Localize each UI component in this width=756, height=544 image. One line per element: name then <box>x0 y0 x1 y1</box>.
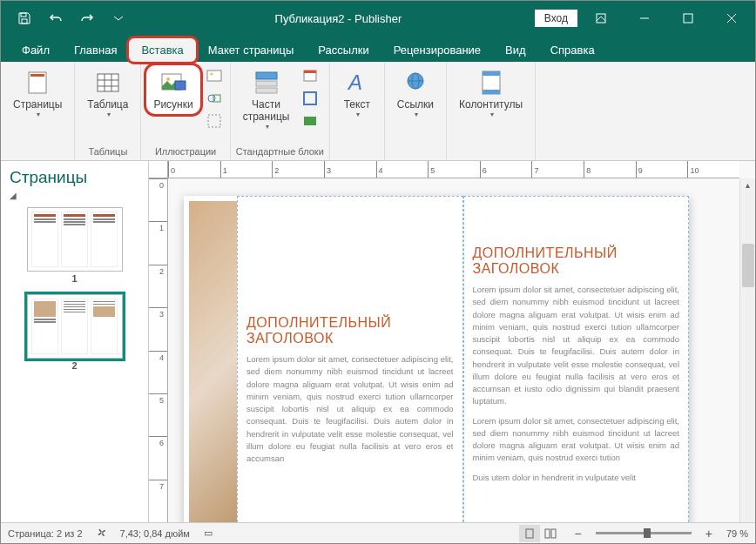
svg-point-19 <box>208 95 215 102</box>
horizontal-ruler: 012345678910 <box>168 161 739 178</box>
group-tables: Таблица Таблицы <box>75 62 141 160</box>
pages-panel: Страницы ◢ 1 2 <box>1 161 149 522</box>
group-blocks: Части страницы Стандартные блоки <box>231 62 330 160</box>
placeholder-button[interactable] <box>204 111 225 131</box>
pictures-button[interactable]: Рисунки <box>146 65 199 114</box>
collapse-icon[interactable]: ◢ <box>10 191 139 200</box>
single-page-view-icon[interactable] <box>519 525 540 542</box>
group-text: A Текст <box>330 62 385 160</box>
svg-rect-21 <box>208 115 220 127</box>
group-illustrations: Рисунки Иллюстрации <box>141 62 230 160</box>
zoom-in-button[interactable]: + <box>705 527 712 541</box>
page-thumbnail-1[interactable] <box>27 207 123 272</box>
cursor-position: 7,43; 0,84 дюйм <box>120 528 190 539</box>
pages-button[interactable]: Страницы <box>6 65 69 122</box>
scrollbar-thumb[interactable] <box>742 244 754 287</box>
svg-point-18 <box>210 73 213 76</box>
tab-file[interactable]: Файл <box>10 38 62 62</box>
group-headerfooter: Колонтитулы <box>447 62 536 160</box>
ribbon-options-icon[interactable] <box>581 5 621 31</box>
svg-rect-35 <box>483 90 500 94</box>
svg-rect-1 <box>22 19 27 24</box>
document-page[interactable]: ДОПОЛНИТЕЛЬНЫЙ ЗАГОЛОВОК Lorem ipsum dol… <box>184 196 689 522</box>
svg-rect-0 <box>21 13 26 17</box>
quick-access-toolbar <box>1 5 142 31</box>
zoom-out-button[interactable]: − <box>575 527 582 541</box>
object-size-icon: ▭ <box>204 527 213 539</box>
svg-rect-22 <box>256 72 277 79</box>
zoom-level[interactable]: 79 % <box>726 528 748 539</box>
svg-rect-26 <box>304 71 316 73</box>
tab-insert[interactable]: Вставка <box>129 38 195 62</box>
tab-help[interactable]: Справка <box>538 38 607 62</box>
text-button[interactable]: A Текст <box>335 65 379 122</box>
undo-icon[interactable] <box>43 5 69 31</box>
brochure-image <box>189 201 237 522</box>
group-pages: Страницы <box>1 62 75 160</box>
page-indicator[interactable]: Страница: 2 из 2 <box>8 528 83 539</box>
online-pictures-button[interactable] <box>204 65 225 86</box>
table-button[interactable]: Таблица <box>80 65 135 122</box>
svg-rect-4 <box>684 14 692 23</box>
save-icon[interactable] <box>11 5 37 31</box>
svg-rect-9 <box>98 74 118 91</box>
vertical-scrollbar[interactable]: ▴ <box>739 178 755 522</box>
calendar-button[interactable] <box>300 65 321 86</box>
ribbon-tabs: Файл Главная Вставка Макет страницы Расс… <box>1 36 755 62</box>
canvas[interactable]: 012345678910 01234567 ▴ ДОПОЛНИТЕЛЬНЫЙ З… <box>149 161 755 522</box>
close-icon[interactable] <box>712 5 752 31</box>
scroll-up-icon[interactable]: ▴ <box>740 178 755 191</box>
shapes-button[interactable] <box>204 88 225 109</box>
vertical-ruler: 01234567 <box>149 178 168 522</box>
two-page-view-icon[interactable] <box>540 525 561 542</box>
cursor-position-icon: ✛ <box>93 525 109 541</box>
page-thumbnail-2[interactable] <box>27 294 123 359</box>
svg-rect-16 <box>175 81 186 90</box>
ads-button[interactable] <box>300 111 321 131</box>
svg-rect-36 <box>526 529 533 538</box>
svg-point-15 <box>166 77 170 81</box>
svg-rect-23 <box>256 81 277 86</box>
tab-mailings[interactable]: Рассылки <box>306 38 381 62</box>
svg-rect-34 <box>483 71 500 76</box>
borders-button[interactable] <box>300 88 321 109</box>
maximize-icon[interactable] <box>668 5 708 31</box>
title-bar: Публикация2 - Publisher Вход <box>1 1 755 36</box>
headerfooter-button[interactable]: Колонтитулы <box>452 65 530 122</box>
heading-1: ДОПОЛНИТЕЛЬНЫЙ ЗАГОЛОВОК <box>246 315 454 346</box>
sign-in-button[interactable]: Вход <box>535 10 577 27</box>
view-buttons <box>519 525 561 542</box>
zoom-slider[interactable] <box>596 532 692 534</box>
tab-layout[interactable]: Макет страницы <box>196 38 307 62</box>
ribbon: Страницы Таблица Таблицы Рисунки Иллюстр <box>1 62 755 161</box>
status-bar: Страница: 2 из 2 ✛ 7,43; 0,84 дюйм ▭ − +… <box>1 522 755 543</box>
qat-customize-icon[interactable] <box>105 5 132 31</box>
brochure-column-1[interactable]: ДОПОЛНИТЕЛЬНЫЙ ЗАГОЛОВОК Lorem ipsum dol… <box>237 196 463 522</box>
svg-rect-38 <box>551 529 556 538</box>
workspace: Страницы ◢ 1 2 01 <box>1 161 755 522</box>
svg-rect-27 <box>304 92 316 104</box>
window-title: Публикация2 - Publisher <box>142 12 535 25</box>
brochure-column-2[interactable]: ДОПОЛНИТЕЛЬНЫЙ ЗАГОЛОВОК Lorem ipsum dol… <box>463 196 690 522</box>
tab-review[interactable]: Рецензирование <box>381 38 493 62</box>
svg-rect-24 <box>256 88 277 93</box>
tab-view[interactable]: Вид <box>493 38 538 62</box>
page-parts-button[interactable]: Части страницы <box>236 65 297 134</box>
minimize-icon[interactable] <box>624 5 665 31</box>
group-links: Ссылки <box>385 62 447 160</box>
svg-rect-17 <box>207 71 221 81</box>
svg-rect-2 <box>597 14 605 23</box>
pages-panel-title: Страницы <box>10 168 139 187</box>
heading-2: ДОПОЛНИТЕЛЬНЫЙ ЗАГОЛОВОК <box>473 245 680 277</box>
links-button[interactable]: Ссылки <box>390 65 441 122</box>
ruler-corner <box>149 161 168 178</box>
svg-rect-37 <box>545 529 550 538</box>
tab-home[interactable]: Главная <box>62 38 129 62</box>
redo-icon[interactable] <box>74 5 100 31</box>
svg-text:A: A <box>347 71 362 94</box>
svg-rect-28 <box>304 117 316 125</box>
svg-rect-8 <box>30 74 44 77</box>
